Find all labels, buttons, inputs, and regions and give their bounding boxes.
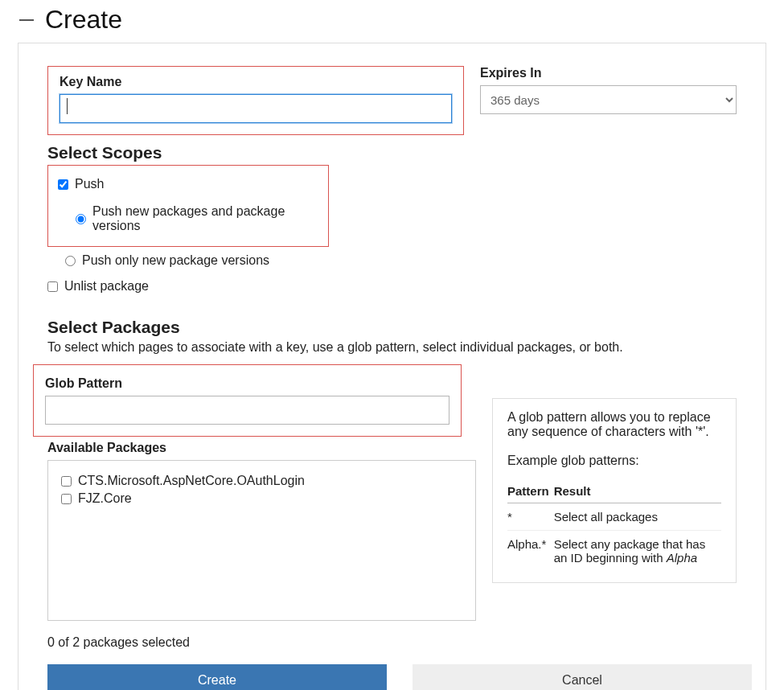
- collapse-icon[interactable]: [19, 19, 34, 21]
- result-cell: Select any package that has an ID beginn…: [554, 531, 721, 572]
- available-packages-list: CTS.Microsoft.AspNetCore.OAuthLogin FJZ.…: [47, 460, 476, 621]
- table-header-pattern: Pattern: [507, 479, 554, 503]
- expires-select[interactable]: 365 days: [480, 85, 737, 114]
- glob-group: Glob Pattern: [33, 364, 462, 437]
- button-row: Create Cancel: [47, 664, 737, 690]
- packages-heading: Select Packages: [47, 318, 737, 337]
- package-name: CTS.Microsoft.AspNetCore.OAuthLogin: [78, 474, 305, 488]
- pattern-cell: Alpha.*: [507, 531, 554, 572]
- table-row: * Select all packages: [507, 503, 721, 531]
- pattern-cell: *: [507, 503, 554, 531]
- key-name-label: Key Name: [60, 75, 452, 89]
- selected-count: 0 of 2 packages selected: [47, 635, 737, 650]
- glob-label: Glob Pattern: [45, 376, 449, 391]
- scopes-section: Select Scopes Push Push new packages and…: [47, 143, 737, 294]
- push-checkbox[interactable]: [58, 179, 68, 190]
- list-item[interactable]: FJZ.Core: [61, 491, 462, 506]
- expires-label: Expires In: [480, 66, 737, 80]
- push-checkbox-row[interactable]: Push: [58, 177, 318, 191]
- glob-input[interactable]: [45, 396, 449, 425]
- page-header: Create: [0, 5, 784, 39]
- glob-help-panel: A glob pattern allows you to replace any…: [492, 398, 737, 583]
- glob-example-table: Pattern Result * Select all packages Alp…: [507, 479, 721, 571]
- cancel-button[interactable]: Cancel: [413, 664, 752, 690]
- push-new-radio-label: Push new packages and package versions: [92, 204, 318, 233]
- unlist-row[interactable]: Unlist package: [47, 279, 737, 294]
- unlist-checkbox-label: Unlist package: [64, 279, 149, 294]
- key-name-group: Key Name: [47, 66, 464, 135]
- key-name-input[interactable]: [60, 94, 452, 123]
- push-checkbox-label: Push: [75, 177, 104, 191]
- packages-sub: To select which pages to associate with …: [47, 340, 737, 355]
- table-row: Alpha.* Select any package that has an I…: [507, 531, 721, 572]
- push-only-radio-label: Push only new package versions: [82, 253, 269, 268]
- push-only-radio-row[interactable]: Push only new package versions: [65, 253, 737, 268]
- push-new-radio-row[interactable]: Push new packages and package versions: [76, 204, 318, 233]
- unlist-checkbox[interactable]: [47, 281, 58, 292]
- page-title: Create: [45, 5, 122, 35]
- glob-help-text: A glob pattern allows you to replace any…: [507, 410, 721, 439]
- list-item[interactable]: CTS.Microsoft.AspNetCore.OAuthLogin: [61, 474, 462, 488]
- package-name: FJZ.Core: [78, 491, 132, 506]
- table-header-result: Result: [554, 479, 721, 503]
- packages-section: Select Packages To select which pages to…: [47, 318, 737, 690]
- scopes-heading: Select Scopes: [47, 143, 737, 162]
- available-packages-label: Available Packages: [47, 441, 462, 455]
- package-checkbox[interactable]: [61, 494, 72, 504]
- result-cell: Select all packages: [554, 503, 721, 531]
- package-checkbox[interactable]: [61, 476, 72, 487]
- create-button[interactable]: Create: [47, 664, 387, 690]
- glob-example-label: Example glob patterns:: [507, 454, 721, 468]
- scopes-highlight: Push Push new packages and package versi…: [47, 165, 329, 247]
- push-only-radio[interactable]: [65, 256, 76, 266]
- push-new-radio[interactable]: [76, 214, 86, 224]
- create-panel: Key Name Expires In 365 days Select Scop…: [18, 43, 766, 690]
